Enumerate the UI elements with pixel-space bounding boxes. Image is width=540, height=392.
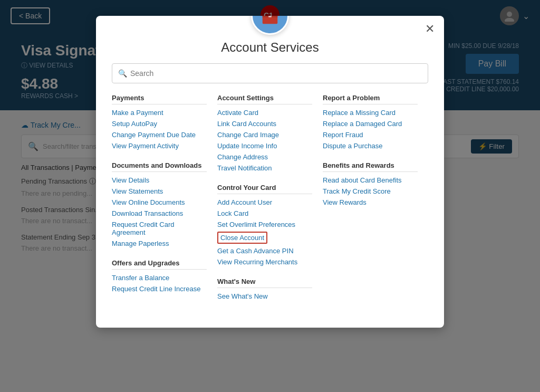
report-fraud-link[interactable]: Report Fraud bbox=[323, 131, 418, 139]
offers-section: Offers and Upgrades Transfer a Balance R… bbox=[112, 259, 207, 293]
set-overlimit-preferences-link[interactable]: Set Overlimit Preferences bbox=[217, 221, 312, 228]
view-payment-activity-link[interactable]: View Payment Activity bbox=[112, 142, 207, 150]
payments-section: Payments Make a Payment Setup AutoPay Ch… bbox=[112, 94, 207, 150]
offers-title: Offers and Upgrades bbox=[112, 259, 207, 270]
update-income-info-link[interactable]: Update Income Info bbox=[217, 142, 312, 150]
account-services-modal: ✕ Account Services 🔍 Payments Make a Pay… bbox=[96, 16, 444, 328]
link-card-accounts-link[interactable]: Link Card Accounts bbox=[217, 120, 312, 128]
add-account-user-link[interactable]: Add Account User bbox=[217, 198, 312, 206]
benefits-rewards-section: Benefits and Rewards Read about Card Ben… bbox=[323, 161, 418, 206]
report-problem-section: Report a Problem Replace a Missing Card … bbox=[323, 94, 418, 150]
request-credit-line-increase-link[interactable]: Request Credit Line Increase bbox=[112, 285, 207, 293]
lock-card-link[interactable]: Lock Card bbox=[217, 209, 312, 217]
transfer-balance-link[interactable]: Transfer a Balance bbox=[112, 274, 207, 282]
close-button[interactable]: ✕ bbox=[425, 23, 435, 35]
column-3: Report a Problem Replace a Missing Card … bbox=[323, 94, 428, 312]
modal-icon bbox=[251, 16, 289, 35]
report-problem-title: Report a Problem bbox=[323, 94, 418, 104]
column-1: Payments Make a Payment Setup AutoPay Ch… bbox=[112, 94, 217, 312]
change-payment-due-date-link[interactable]: Change Payment Due Date bbox=[112, 131, 207, 139]
modal-columns: Payments Make a Payment Setup AutoPay Ch… bbox=[96, 94, 444, 312]
change-address-link[interactable]: Change Address bbox=[217, 153, 312, 161]
modal-icon-wrapper bbox=[96, 16, 444, 35]
view-details-link[interactable]: View Details bbox=[112, 176, 207, 184]
control-your-card-section: Control Your Card Add Account User Lock … bbox=[217, 184, 312, 266]
view-statements-link[interactable]: View Statements bbox=[112, 187, 207, 195]
account-settings-title: Account Settings bbox=[217, 94, 312, 104]
dispute-purchase-link[interactable]: Dispute a Purchase bbox=[323, 142, 418, 150]
replace-damaged-card-link[interactable]: Replace a Damaged Card bbox=[323, 120, 418, 128]
request-credit-card-agreement-link[interactable]: Request Credit Card Agreement bbox=[112, 221, 207, 236]
search-icon: 🔍 bbox=[118, 69, 127, 78]
view-recurring-merchants-link[interactable]: View Recurring Merchants bbox=[217, 258, 312, 266]
replace-missing-card-link[interactable]: Replace a Missing Card bbox=[323, 109, 418, 117]
view-online-documents-link[interactable]: View Online Documents bbox=[112, 198, 207, 206]
make-payment-link[interactable]: Make a Payment bbox=[112, 109, 207, 117]
documents-section: Documents and Downloads View Details Vie… bbox=[112, 161, 207, 247]
account-settings-section: Account Settings Activate Card Link Card… bbox=[217, 94, 312, 172]
modal-overlay: ✕ Account Services 🔍 Payments Make a Pay… bbox=[0, 0, 540, 392]
column-2: Account Settings Activate Card Link Card… bbox=[217, 94, 323, 312]
change-card-image-link[interactable]: Change Card Image bbox=[217, 131, 312, 139]
see-whats-new-link[interactable]: See What's New bbox=[217, 292, 312, 300]
activate-card-link[interactable]: Activate Card bbox=[217, 109, 312, 117]
read-card-benefits-link[interactable]: Read about Card Benefits bbox=[323, 176, 418, 184]
benefits-rewards-title: Benefits and Rewards bbox=[323, 161, 418, 172]
download-transactions-link[interactable]: Download Transactions bbox=[112, 209, 207, 217]
svg-rect-8 bbox=[268, 16, 272, 17]
manage-paperless-link[interactable]: Manage Paperless bbox=[112, 240, 207, 247]
documents-title: Documents and Downloads bbox=[112, 161, 207, 172]
whats-new-section: What's New See What's New bbox=[217, 278, 312, 300]
search-input[interactable] bbox=[112, 63, 428, 83]
travel-notification-link[interactable]: Travel Notification bbox=[217, 164, 312, 172]
whats-new-title: What's New bbox=[217, 278, 312, 288]
search-wrapper: 🔍 bbox=[112, 63, 428, 83]
view-rewards-link[interactable]: View Rewards bbox=[323, 198, 418, 206]
setup-autopay-link[interactable]: Setup AutoPay bbox=[112, 120, 207, 128]
control-card-title: Control Your Card bbox=[217, 184, 312, 194]
close-account-link[interactable]: Close Account bbox=[217, 232, 267, 244]
payments-title: Payments bbox=[112, 94, 207, 104]
modal-title: Account Services bbox=[96, 40, 444, 55]
get-cash-advance-pin-link[interactable]: Get a Cash Advance PIN bbox=[217, 247, 312, 255]
track-credit-score-link[interactable]: Track My Credit Score bbox=[323, 187, 418, 195]
